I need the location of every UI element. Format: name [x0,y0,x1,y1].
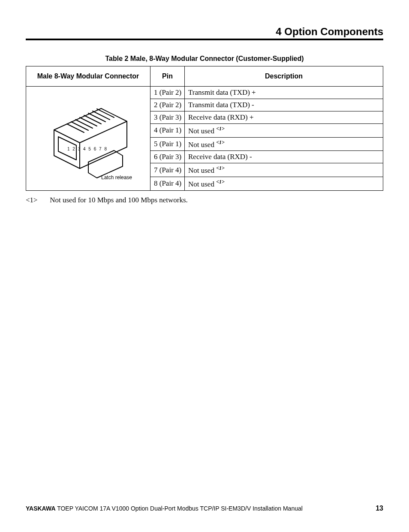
rj45-connector-icon: 1 2 3 4 5 6 7 8 Latch release [37,96,140,181]
footer-doc-title: YASKAWA TOEP YAICOM 17A V1000 Option Dua… [26,505,303,512]
footnote-marker: <1> [216,139,225,145]
desc-cell: Not used <1> [185,124,383,138]
footnote-text: Not used for 10 Mbps and 100 Mbps networ… [50,196,188,204]
pin-cell: 6 (Pair 3) [150,151,185,163]
footnote-tag: <1> [26,196,48,204]
header-rule: 4 Option Components [26,26,383,40]
page-footer: YASKAWA TOEP YAICOM 17A V1000 Option Dua… [26,505,383,512]
page-number: 13 [376,505,383,512]
desc-cell: Receive data (RXD) + [185,111,383,124]
pin-cell: 2 (Pair 2) [150,99,185,111]
desc-cell: Transmit data (TXD) + [185,87,383,99]
footnote: <1> Not used for 10 Mbps and 100 Mbps ne… [26,196,383,204]
footnote-marker: <1> [216,126,225,132]
svg-line-11 [88,113,105,122]
svg-line-7 [71,122,88,130]
svg-line-10 [84,115,101,124]
svg-line-12 [93,111,110,120]
document-page: 4 Option Components Table 2 Male, 8-Way … [0,0,409,532]
svg-line-3 [80,121,127,143]
table-row: 1 2 3 4 5 6 7 8 Latch release 1 (Pair 2)… [26,87,383,99]
svg-marker-5 [88,150,123,178]
pin-cell: 5 (Pair 1) [150,137,185,151]
th-pin: Pin [150,66,185,87]
footer-brand: YASKAWA [26,505,56,512]
table-header-row: Male 8-Way Modular Connector Pin Descrip… [26,66,383,87]
section-heading: 4 Option Components [26,26,383,38]
desc-cell: Not used <1> [185,137,383,151]
latch-release-label: Latch release [101,174,132,180]
footnote-marker: <1> [216,179,225,185]
pin-cell: 1 (Pair 2) [150,87,185,99]
svg-line-9 [80,117,97,126]
desc-cell: Not used <1> [185,177,383,190]
pin-cell: 7 (Pair 4) [150,163,185,177]
th-connector: Male 8-Way Modular Connector [26,66,150,87]
pinout-table: Male 8-Way Modular Connector Pin Descrip… [26,66,383,191]
footer-doc: TOEP YAICOM 17A V1000 Option Dual-Port M… [56,505,303,512]
svg-marker-0 [54,108,127,168]
svg-line-6 [67,124,84,132]
footnote-marker: <1> [216,165,225,171]
desc-cell: Transmit data (TXD) - [185,99,383,111]
connector-diagram-cell: 1 2 3 4 5 6 7 8 Latch release [26,87,150,191]
pin-numbers-label: 1 2 3 4 5 6 7 8 [67,147,108,151]
pin-cell: 8 (Pair 4) [150,177,185,190]
table-caption: Table 2 Male, 8-Way Modular Connector (C… [26,55,383,63]
desc-cell: Receive data (RXD) - [185,151,383,163]
desc-cell: Not used <1> [185,163,383,177]
pin-cell: 3 (Pair 3) [150,111,185,124]
svg-line-8 [75,120,93,128]
th-description: Description [185,66,383,87]
pin-cell: 4 (Pair 1) [150,124,185,138]
